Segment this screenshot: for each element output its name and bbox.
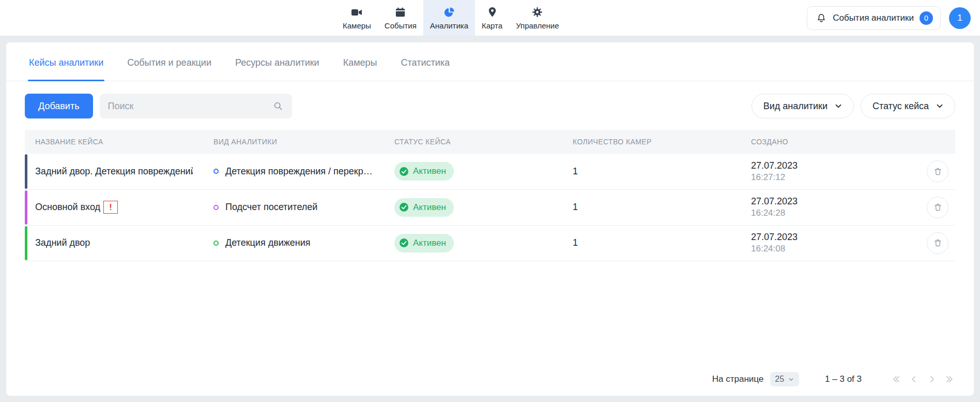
events-calendar-icon xyxy=(394,6,406,19)
table-row[interactable]: Задний двор. Детекция повреждений Детекц… xyxy=(25,154,955,189)
nav-item-cameras[interactable]: Камеры xyxy=(336,0,378,36)
analytics-type-label: Детекция движения xyxy=(225,237,311,248)
table-row[interactable]: Задний двор Детекция движения xyxy=(25,225,955,261)
case-name: Основной вход xyxy=(35,202,100,213)
topbar-right: События аналитики 0 1 xyxy=(807,0,971,36)
chevron-down-icon xyxy=(935,101,944,111)
analytics-events-button[interactable]: События аналитики 0 xyxy=(807,6,941,30)
toolbar: Добавить Вид аналитики Статус кейса xyxy=(6,81,974,130)
header-analytics-type: ВИД АНАЛИТИКИ xyxy=(203,130,384,154)
analytics-type-dot xyxy=(213,169,219,174)
analytics-type-label: Подсчет посетителей xyxy=(225,202,317,213)
camera-count: 1 xyxy=(562,189,741,225)
analytics-page-card: Кейсы аналитики События и реакции Ресурс… xyxy=(6,42,974,396)
case-name: Задний двор. Детекция повреждений xyxy=(35,166,193,177)
check-circle-icon xyxy=(399,202,409,212)
tab-cameras[interactable]: Камеры xyxy=(342,42,378,81)
per-page-control: На странице 25 xyxy=(712,372,799,386)
case-status-filter[interactable]: Статус кейса xyxy=(861,94,955,118)
status-badge: Активен xyxy=(394,234,454,252)
top-bar: Камеры События Аналитика Карта Управлени… xyxy=(0,0,980,36)
chevron-down-icon xyxy=(788,376,794,383)
created-date: 27.07.2023 xyxy=(751,196,906,207)
search-box xyxy=(100,94,292,118)
table-header-row: НАЗВАНИЕ КЕЙСА ВИД АНАЛИТИКИ СТАТУС КЕЙС… xyxy=(25,130,955,154)
analytics-type-filter-label: Вид аналитики xyxy=(763,101,828,112)
created-time: 16:24:08 xyxy=(751,243,906,255)
add-button[interactable]: Добавить xyxy=(25,94,93,118)
created-time: 16:27:12 xyxy=(751,172,906,183)
cases-table: НАЗВАНИЕ КЕЙСА ВИД АНАЛИТИКИ СТАТУС КЕЙС… xyxy=(25,130,955,261)
analytics-type-dot xyxy=(213,205,219,210)
tab-analytics-resources[interactable]: Ресурсы аналитики xyxy=(234,42,320,81)
analytics-pie-icon xyxy=(443,6,455,19)
analytics-type-label: Детекция повреждения / перекр… xyxy=(225,166,373,177)
trash-icon xyxy=(933,238,943,248)
table-row[interactable]: Основной вход ! Подсчет посетителей xyxy=(25,189,955,225)
user-avatar[interactable]: 1 xyxy=(949,7,971,29)
nav-label: События xyxy=(385,21,417,30)
case-color-stripe xyxy=(25,154,27,189)
status-label: Активен xyxy=(413,202,446,213)
status-badge: Активен xyxy=(394,198,454,217)
analytics-type-filter[interactable]: Вид аналитики xyxy=(752,94,854,118)
camera-count: 1 xyxy=(562,154,741,189)
events-button-label: События аналитики xyxy=(833,13,914,23)
case-status-filter-label: Статус кейса xyxy=(872,101,929,112)
nav-label: Управление xyxy=(516,21,559,30)
main-nav: Камеры События Аналитика Карта Управлени… xyxy=(336,0,566,36)
delete-case-button[interactable] xyxy=(927,197,948,218)
check-circle-icon xyxy=(399,167,409,176)
nav-item-analytics[interactable]: Аналитика xyxy=(423,0,475,36)
per-page-label: На странице xyxy=(712,374,764,384)
created-date: 27.07.2023 xyxy=(751,160,906,172)
per-page-value: 25 xyxy=(775,375,784,384)
nav-label: Карта xyxy=(482,21,502,30)
tab-analytics-cases[interactable]: Кейсы аналитики xyxy=(28,42,104,81)
page-range-label: 1 – 3 of 3 xyxy=(825,374,862,384)
bell-icon xyxy=(816,12,827,24)
last-page-icon[interactable] xyxy=(945,374,955,384)
camera-count: 1 xyxy=(562,225,741,261)
case-name: Задний двор xyxy=(35,237,90,248)
gear-icon xyxy=(531,6,543,19)
delete-case-button[interactable] xyxy=(927,160,948,182)
trash-icon xyxy=(933,167,943,176)
next-page-icon[interactable] xyxy=(927,374,937,384)
header-actions xyxy=(916,130,955,154)
status-label: Активен xyxy=(413,238,446,248)
case-color-stripe xyxy=(25,226,27,260)
created-date: 27.07.2023 xyxy=(751,231,906,243)
tab-statistics[interactable]: Статистика xyxy=(400,42,451,81)
prev-page-icon[interactable] xyxy=(909,374,919,384)
delete-case-button[interactable] xyxy=(927,232,948,254)
check-circle-icon xyxy=(399,238,409,248)
page-arrows xyxy=(891,374,955,384)
per-page-select[interactable]: 25 xyxy=(770,372,799,386)
warning-icon[interactable]: ! xyxy=(103,201,118,214)
tab-events-reactions[interactable]: События и реакции xyxy=(126,42,212,81)
analytics-type-dot xyxy=(213,241,219,246)
nav-label: Аналитика xyxy=(430,21,468,30)
search-icon xyxy=(272,100,284,112)
nav-item-events[interactable]: События xyxy=(378,0,423,36)
nav-item-map[interactable]: Карта xyxy=(475,0,509,36)
header-created: СОЗДАНО xyxy=(741,130,916,154)
search-input[interactable] xyxy=(108,101,267,112)
created-time: 16:24:28 xyxy=(751,207,906,219)
camera-icon xyxy=(350,6,363,19)
case-color-stripe xyxy=(25,190,27,225)
cases-table-wrap: НАЗВАНИЕ КЕЙСА ВИД АНАЛИТИКИ СТАТУС КЕЙС… xyxy=(6,130,974,363)
trash-icon xyxy=(933,202,943,212)
header-case-status: СТАТУС КЕЙСА xyxy=(384,130,562,154)
nav-label: Камеры xyxy=(343,21,371,30)
chevron-down-icon xyxy=(834,101,843,111)
map-pin-icon xyxy=(486,6,498,19)
events-count-badge: 0 xyxy=(920,11,933,25)
tab-bar: Кейсы аналитики События и реакции Ресурс… xyxy=(6,42,974,81)
nav-item-management[interactable]: Управление xyxy=(509,0,565,36)
first-page-icon[interactable] xyxy=(891,374,901,384)
status-label: Активен xyxy=(413,166,446,176)
header-case-name: НАЗВАНИЕ КЕЙСА xyxy=(25,130,203,154)
pagination-bar: На странице 25 1 – 3 of 3 xyxy=(6,363,974,396)
